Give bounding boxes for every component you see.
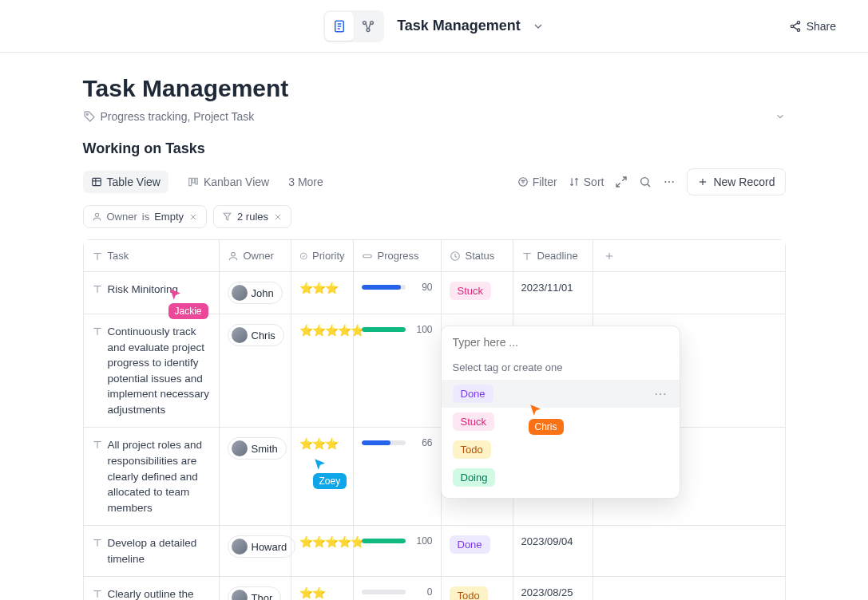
chip-close-icon[interactable] <box>273 212 283 222</box>
priority-stars[interactable]: ⭐⭐ <box>299 586 325 599</box>
expand-icon <box>615 176 628 188</box>
svg-rect-42 <box>363 255 371 258</box>
more-views-button[interactable]: 3 More <box>288 176 323 188</box>
dropdown-search[interactable] <box>442 326 680 358</box>
task-cell[interactable]: All project roles and responsibilities a… <box>108 437 211 515</box>
mode-switch <box>323 10 384 42</box>
owner-chip[interactable]: John <box>228 282 283 304</box>
priority-stars[interactable]: ⭐⭐⭐ <box>299 282 338 294</box>
deadline-cell[interactable]: 2023/09/04 <box>521 535 573 547</box>
task-cell[interactable]: Risk Minitoring <box>108 282 179 298</box>
search-button[interactable] <box>639 176 652 188</box>
dropdown-input[interactable] <box>453 336 668 349</box>
dropdown-option[interactable]: Stuck <box>442 408 680 436</box>
text-icon <box>92 326 103 337</box>
svg-line-11 <box>793 26 797 29</box>
progress-cell[interactable]: 90 <box>362 282 433 293</box>
table-row[interactable]: Clearly outline the boundaries and goals… <box>84 577 785 600</box>
text-icon <box>92 588 103 599</box>
progress-cell[interactable]: 100 <box>362 535 433 547</box>
title-chevron-down-icon[interactable] <box>532 20 545 33</box>
owner-chip[interactable]: Chris <box>228 324 284 346</box>
status-badge: Todo <box>453 440 491 459</box>
doc-mode-button[interactable] <box>325 12 354 41</box>
task-cell[interactable]: Continuously track and evaluate project … <box>108 324 211 417</box>
text-icon <box>92 251 103 262</box>
svg-rect-17 <box>192 178 195 183</box>
text-icon <box>92 283 103 294</box>
table-header: Task Owner Priority Progress Status Dead… <box>84 240 785 272</box>
deadline-cell[interactable]: 2023/11/01 <box>521 282 573 294</box>
avatar <box>232 440 248 456</box>
task-cell[interactable]: Clearly outline the boundaries and goals… <box>108 586 211 600</box>
status-cell[interactable]: Todo <box>442 577 513 600</box>
svg-rect-13 <box>92 178 101 185</box>
owner-chip[interactable]: Howard <box>228 535 296 558</box>
svg-point-29 <box>672 181 674 183</box>
dropdown-option[interactable]: Todo <box>442 436 680 464</box>
svg-marker-35 <box>224 213 231 220</box>
avatar <box>232 539 248 555</box>
kanban-icon <box>188 176 199 188</box>
owner-name: Thor <box>252 592 273 600</box>
share-label: Share <box>807 20 836 33</box>
graph-mode-button[interactable] <box>354 12 382 41</box>
tab-table-view[interactable]: Table View <box>83 171 168 193</box>
date-icon <box>521 251 533 262</box>
status-badge[interactable]: Done <box>450 535 490 554</box>
status-badge[interactable]: Todo <box>450 586 488 600</box>
svg-line-10 <box>793 23 797 26</box>
chip-close-icon[interactable] <box>188 212 198 222</box>
progress-cell[interactable]: 66 <box>362 437 433 448</box>
more-button[interactable] <box>663 176 676 188</box>
status-badge: Done <box>453 385 493 403</box>
status-cell[interactable]: Stuck <box>442 272 513 314</box>
owner-chip[interactable]: Smith <box>228 437 287 460</box>
page-tags: Progress tracking, Project Task <box>101 110 255 123</box>
task-cell[interactable]: Develop a detailed timeline <box>108 535 211 566</box>
add-column-button[interactable] <box>593 240 625 271</box>
priority-stars[interactable]: ⭐⭐⭐ <box>299 437 338 450</box>
tab-kanban-view[interactable]: Kanban View <box>180 171 277 193</box>
text-icon <box>92 537 103 548</box>
progress-cell[interactable]: 100 <box>362 324 433 335</box>
topbar-title: Task Management <box>397 18 521 34</box>
svg-point-25 <box>641 178 648 185</box>
avatar <box>232 327 248 343</box>
owner-chip[interactable]: Thor <box>228 586 282 600</box>
select-icon <box>450 251 461 262</box>
progress-value: 100 <box>412 535 433 547</box>
sort-button[interactable]: Sort <box>569 176 604 188</box>
status-cell[interactable]: Done <box>442 526 513 576</box>
sort-icon <box>569 176 580 188</box>
svg-line-23 <box>623 177 627 181</box>
progress-value: 66 <box>412 437 433 448</box>
graph-icon <box>361 19 375 34</box>
table-icon <box>91 176 102 188</box>
table-row[interactable]: Risk Minitoring John ⭐⭐⭐ 90 Stuck 2023/1… <box>84 272 785 314</box>
filter-icon <box>222 211 232 222</box>
status-badge[interactable]: Stuck <box>450 282 492 300</box>
deadline-cell[interactable]: 2023/08/25 <box>521 586 573 598</box>
filter-chip-rules[interactable]: 2 rules <box>213 205 291 228</box>
filter-button[interactable]: Filter <box>517 176 557 188</box>
dropdown-option[interactable]: Doing <box>442 464 680 491</box>
share-button[interactable]: Share <box>789 20 836 33</box>
progress-cell[interactable]: 0 <box>362 586 433 598</box>
page-title: Task Management <box>83 75 786 102</box>
dropdown-label: Select tag or create one <box>442 358 680 380</box>
more-icon <box>663 176 676 188</box>
filter-chip-owner[interactable]: Owner is Empty <box>83 205 208 228</box>
task-table: Task Owner Priority Progress Status Dead… <box>83 239 786 600</box>
option-more-icon[interactable]: ⋯ <box>654 386 668 401</box>
new-record-button[interactable]: New Record <box>687 168 785 195</box>
svg-rect-18 <box>196 178 197 184</box>
table-row[interactable]: Develop a detailed timeline Howard ⭐⭐⭐⭐⭐… <box>84 526 785 577</box>
section-title: Working on Tasks <box>83 140 786 157</box>
dropdown-option[interactable]: Done ⋯ <box>442 380 680 408</box>
text-icon <box>92 439 103 450</box>
tags-chevron-icon[interactable] <box>775 111 786 122</box>
expand-button[interactable] <box>615 176 628 188</box>
progress-value: 0 <box>412 586 433 598</box>
share-icon <box>789 20 802 33</box>
